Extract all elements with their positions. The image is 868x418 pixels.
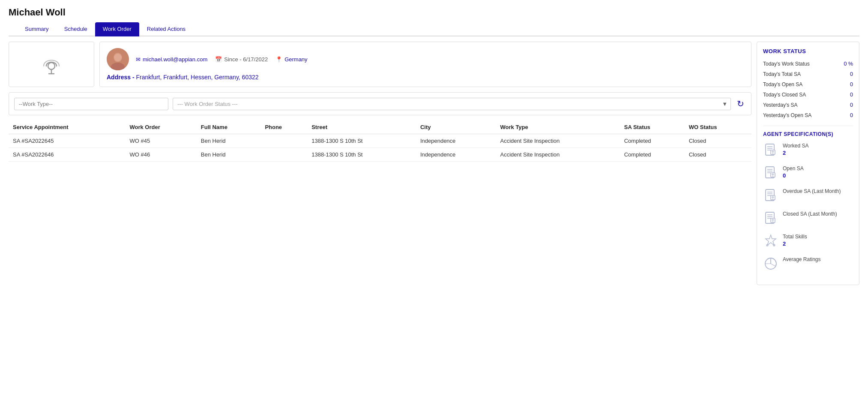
col-full-name: Full Name [197, 120, 261, 134]
table-row[interactable]: SA #SA2022645 WO #45 Ben Herid 1388-1300… [9, 134, 751, 148]
document-icon [763, 211, 778, 227]
spec-label: Total Skills [783, 233, 807, 241]
spec-item: Open SA 0 [763, 165, 853, 182]
agent-spec-title: AGENT SPECIFICATION(S) [763, 131, 853, 137]
col-city: City [416, 120, 496, 134]
status-row-item: Yesterday's Open SA 0 [763, 110, 853, 120]
tab-work-order[interactable]: Work Order [95, 22, 139, 36]
status-label: Yesterday's Open SA [763, 112, 811, 118]
cell-city: Independence [416, 134, 496, 148]
profile-address: Address - Frankfurt, Frankfurt, Hessen, … [107, 74, 744, 81]
chart-icon [763, 256, 778, 273]
status-value: 0 [850, 81, 853, 87]
brand-icon [38, 51, 65, 78]
status-value: 0 [850, 71, 853, 77]
work-order-table-wrap: Service Appointment Work Order Full Name… [9, 120, 751, 162]
filters-row: --- Work Order Status --- ▼ ↻ [9, 92, 751, 115]
spec-text: Overdue SA (Last Month) [783, 188, 841, 195]
address-label: Address - [107, 74, 135, 81]
svg-point-0 [48, 63, 55, 69]
profile-section: ✉ michael.woll@appian.com 📅 Since - 6/17… [9, 42, 751, 87]
profile-info-box: ✉ michael.woll@appian.com 📅 Since - 6/17… [99, 42, 751, 87]
profile-top: ✉ michael.woll@appian.com 📅 Since - 6/17… [107, 48, 744, 70]
spec-item: Overdue SA (Last Month) [763, 188, 853, 204]
spec-value: 2 [783, 150, 808, 156]
cell-name: Ben Herid [197, 148, 261, 162]
cell-wo-status: Closed [685, 148, 751, 162]
location-icon: 📍 [275, 56, 282, 63]
calendar-icon: 📅 [215, 56, 222, 63]
table-header-row: Service Appointment Work Order Full Name… [9, 120, 751, 134]
refresh-button[interactable]: ↻ [735, 97, 746, 111]
section-divider [763, 126, 853, 126]
col-street: Street [307, 120, 416, 134]
cell-sa: SA #SA2022646 [9, 148, 125, 162]
tab-schedule[interactable]: Schedule [57, 22, 95, 36]
status-row-item: Today's Total SA 0 [763, 69, 853, 79]
svg-point-6 [114, 54, 122, 61]
location-text[interactable]: Germany [284, 56, 307, 63]
work-type-input[interactable] [14, 98, 168, 110]
email-meta: ✉ michael.woll@appian.com [136, 56, 207, 63]
spec-value: 2 [783, 241, 807, 247]
cell-wo-status: Closed [685, 134, 751, 148]
spec-label: Average Ratings [783, 256, 821, 263]
profile-meta: ✉ michael.woll@appian.com 📅 Since - 6/17… [136, 56, 308, 63]
status-label: Today's Work Status [763, 61, 810, 67]
left-panel: ✉ michael.woll@appian.com 📅 Since - 6/17… [9, 42, 751, 285]
spec-label: Closed SA (Last Month) [783, 211, 837, 218]
spec-text: Closed SA (Last Month) [783, 211, 837, 218]
tab-bar: Summary Schedule Work Order Related Acti… [9, 22, 859, 36]
cell-city: Independence [416, 148, 496, 162]
document-icon [763, 188, 778, 204]
cell-street: 1388-1300 S 10th St [307, 134, 416, 148]
tab-related-actions[interactable]: Related Actions [139, 22, 193, 36]
status-value: 0 % [844, 61, 853, 67]
avatar [107, 48, 129, 70]
col-service-appointment: Service Appointment [9, 120, 125, 134]
cell-wo: WO #46 [125, 148, 196, 162]
logo-box [9, 42, 94, 87]
table-row[interactable]: SA #SA2022646 WO #46 Ben Herid 1388-1300… [9, 148, 751, 162]
spec-text: Open SA 0 [783, 165, 804, 179]
status-label: Yesterday's SA [763, 102, 798, 108]
status-label: Today's Open SA [763, 81, 802, 87]
location-meta: 📍 Germany [275, 56, 307, 63]
status-value: 0 [850, 102, 853, 108]
cell-sa-status: Completed [620, 134, 685, 148]
spec-item: Total Skills 2 [763, 233, 853, 250]
since-text: Since - 6/17/2022 [224, 56, 268, 63]
refresh-icon: ↻ [737, 99, 744, 108]
work-status-rows: Today's Work Status 0 % Today's Total SA… [763, 59, 853, 120]
work-order-table: Service Appointment Work Order Full Name… [9, 120, 751, 162]
col-sa-status: SA Status [620, 120, 685, 134]
document-icon [763, 165, 778, 182]
status-label: Today's Total SA [763, 71, 801, 77]
status-row-item: Today's Closed SA 0 [763, 90, 853, 100]
right-panel: WORK STATUS Today's Work Status 0 % Toda… [757, 42, 859, 285]
cell-work-type: Accident Site Inspection [496, 148, 620, 162]
spec-item: Worked SA 2 [763, 142, 853, 159]
star-icon [763, 233, 778, 250]
work-order-status-select[interactable]: --- Work Order Status --- [173, 98, 731, 110]
svg-marker-35 [766, 235, 776, 245]
cell-work-type: Accident Site Inspection [496, 134, 620, 148]
spec-item: Average Ratings [763, 256, 853, 273]
work-status-title: WORK STATUS [763, 48, 853, 54]
col-wo-status: WO Status [685, 120, 751, 134]
status-row-item: Today's Work Status 0 % [763, 59, 853, 69]
spec-item: Closed SA (Last Month) [763, 211, 853, 227]
document-icon [763, 142, 778, 159]
spec-label: Open SA [783, 165, 804, 172]
email-link[interactable]: michael.woll@appian.com [143, 56, 207, 63]
tab-summary[interactable]: Summary [17, 22, 57, 36]
spec-value: 0 [783, 172, 804, 179]
cell-phone [260, 134, 307, 148]
status-row-item: Yesterday's SA 0 [763, 100, 853, 110]
cell-wo: WO #45 [125, 134, 196, 148]
address-value: Frankfurt, Frankfurt, Hessen, Germany, 6… [136, 74, 258, 81]
spec-text: Worked SA 2 [783, 142, 808, 156]
col-work-type: Work Type [496, 120, 620, 134]
status-value: 0 [850, 112, 853, 118]
status-value: 0 [850, 92, 853, 98]
